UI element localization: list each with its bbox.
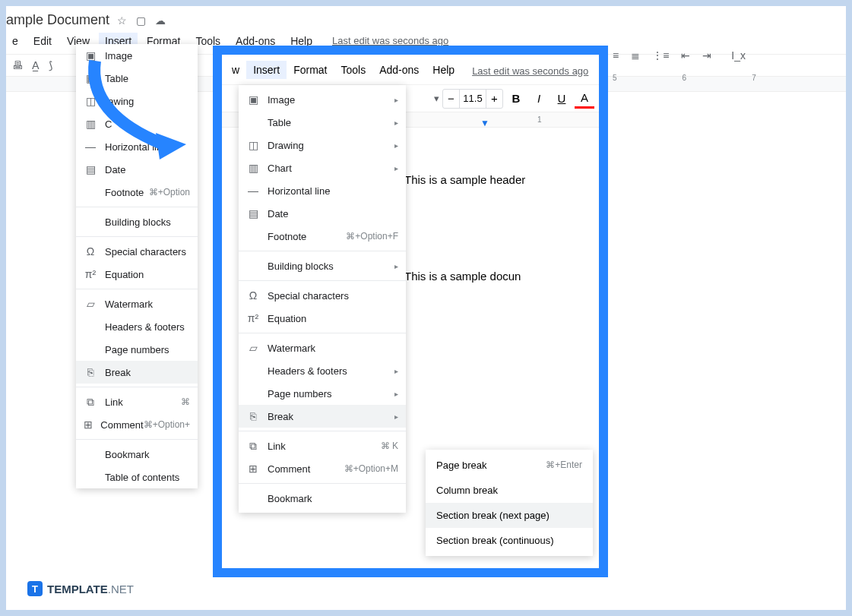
table-icon: ▦ xyxy=(84,71,97,85)
document-title[interactable]: ample Document xyxy=(6,12,109,28)
dd-footnote[interactable]: Footnote⌘+Option xyxy=(76,181,198,204)
menu-edit[interactable]: Edit xyxy=(27,33,58,49)
dd-pagenum[interactable]: Page numbers xyxy=(76,338,198,361)
dd-hline[interactable]: —Horizontal line xyxy=(239,179,406,202)
bold-button[interactable]: B xyxy=(506,89,526,109)
italic-button[interactable]: I xyxy=(529,89,549,109)
dd-chart[interactable]: ▥C xyxy=(76,112,198,135)
clear-format-icon[interactable]: I_x xyxy=(731,49,746,68)
move-icon[interactable]: ▢ xyxy=(136,14,146,27)
dd-table[interactable]: ▦Table xyxy=(76,67,198,90)
underline-button[interactable]: U xyxy=(552,89,572,109)
ruler-mark: 7 xyxy=(752,74,756,82)
paint-icon[interactable]: ⟆ xyxy=(49,59,52,71)
print-icon[interactable]: 🖶 xyxy=(12,59,23,71)
insert-dropdown-bg: ▣Image ▦Table ◫rawing ▥C —Horizontal lin… xyxy=(76,44,198,488)
watermark-icon: ▱ xyxy=(84,297,97,311)
cloud-icon[interactable]: ☁ xyxy=(155,14,166,27)
sub-section-cont[interactable]: Section break (continuous) xyxy=(426,528,593,553)
watermark-icon: ▱ xyxy=(246,341,260,355)
sub-page-break[interactable]: Page break⌘+Enter xyxy=(426,453,593,478)
dd-footnote[interactable]: Footnote⌘+Option+F xyxy=(239,225,406,248)
comment-icon: ⊞ xyxy=(246,462,260,475)
ov-menu-addons[interactable]: Add-ons xyxy=(372,61,426,79)
spellcheck-icon[interactable]: A̲ xyxy=(32,59,40,71)
dd-watermark[interactable]: ▱Watermark xyxy=(76,292,198,315)
sub-column-break[interactable]: Column break xyxy=(426,478,593,503)
break-icon: ⎘ xyxy=(84,365,97,379)
date-icon: ▤ xyxy=(84,163,97,176)
chart-icon: ▥ xyxy=(246,161,260,175)
dd-drawing[interactable]: ◫Drawing▸ xyxy=(239,134,406,156)
break-submenu: Page break⌘+Enter Column break Section b… xyxy=(426,450,593,556)
menu-file[interactable]: e xyxy=(6,33,24,49)
linespacing-icon[interactable]: ≡ xyxy=(613,49,619,68)
break-icon: ⎘ xyxy=(246,409,260,423)
overlay-screenshot: w Insert Format Tools Add-ons Help Last … xyxy=(213,46,608,577)
font-size-minus[interactable]: − xyxy=(443,90,460,108)
ov-menu-insert[interactable]: Insert xyxy=(246,61,287,79)
image-icon: ▣ xyxy=(84,49,97,62)
dd-special[interactable]: ΩSpecial characters xyxy=(76,240,198,263)
font-size-plus[interactable]: + xyxy=(486,90,502,108)
ov-menubar: w Insert Format Tools Add-ons Help Last … xyxy=(222,55,599,85)
ov-menu-tools[interactable]: Tools xyxy=(334,61,372,79)
sub-section-next[interactable]: Section break (next page) xyxy=(426,503,593,528)
dd-hline[interactable]: —Horizontal line xyxy=(76,135,198,158)
dd-toc[interactable]: Table of contents xyxy=(76,466,198,488)
dd-date[interactable]: ▤Date xyxy=(76,158,198,181)
ruler-indent-marker[interactable]: ▼ xyxy=(480,118,489,128)
dd-table[interactable]: Table▸ xyxy=(239,111,406,134)
font-size-value[interactable]: 11.5 xyxy=(460,93,486,104)
dd-comment[interactable]: ⊞Comment⌘+Option+M xyxy=(239,457,406,480)
ov-menu-help[interactable]: Help xyxy=(426,61,461,79)
dd-equation[interactable]: π²Equation xyxy=(239,307,406,330)
dd-date[interactable]: ▤Date xyxy=(239,202,406,225)
font-size-control: − 11.5 + xyxy=(442,89,503,109)
ov-menu-format[interactable]: Format xyxy=(287,61,334,79)
dd-link[interactable]: ⧉Link⌘ xyxy=(76,390,198,413)
dd-drawing[interactable]: ◫rawing xyxy=(76,90,198,112)
comment-icon: ⊞ xyxy=(84,418,93,431)
increase-indent-icon[interactable]: ⇥ xyxy=(702,49,711,68)
link-icon: ⧉ xyxy=(84,395,97,409)
bulleted-list-icon[interactable]: ≣ xyxy=(631,49,640,68)
dd-pagenum[interactable]: Page numbers▸ xyxy=(239,382,406,405)
dd-headers[interactable]: Headers & footers xyxy=(76,315,198,338)
dd-headers[interactable]: Headers & footers▸ xyxy=(239,359,406,382)
ov-last-edit[interactable]: Last edit was seconds ago xyxy=(472,63,588,77)
decrease-indent-icon[interactable]: ⇤ xyxy=(681,49,690,68)
dd-break[interactable]: ⎘Break▸ xyxy=(239,405,406,428)
dd-chart[interactable]: ▥Chart▸ xyxy=(239,156,406,179)
dd-special[interactable]: ΩSpecial characters xyxy=(239,284,406,307)
ov-menu-prev[interactable]: w xyxy=(225,61,246,79)
dd-break[interactable]: ⎘Break xyxy=(76,361,198,384)
dd-blocks[interactable]: Building blocks xyxy=(76,210,198,233)
ruler-mark: 1 xyxy=(537,115,542,124)
ruler-mark: 6 xyxy=(683,74,687,82)
dd-blocks[interactable]: Building blocks▸ xyxy=(239,254,406,277)
page-header-text: This is a sample header xyxy=(404,173,599,186)
dd-equation[interactable]: π²Equation xyxy=(76,263,198,286)
dd-comment[interactable]: ⊞Comment⌘+Option+ xyxy=(76,413,198,436)
toolbar-right: ≡ ≣ ⋮≡ ⇤ ⇥ I_x 5 6 7 xyxy=(613,49,846,68)
dd-image[interactable]: ▣Image xyxy=(76,44,198,67)
dd-watermark[interactable]: ▱Watermark xyxy=(239,336,406,359)
ruler-mark: 5 xyxy=(613,74,617,82)
drawing-icon: ◫ xyxy=(84,94,97,108)
dd-bookmark[interactable]: Bookmark xyxy=(76,443,198,466)
dd-bookmark[interactable]: Bookmark xyxy=(239,487,406,510)
dropdown-caret-icon[interactable]: ▾ xyxy=(434,93,439,104)
text-color-button[interactable]: A xyxy=(575,89,594,109)
hline-icon: — xyxy=(84,140,97,153)
dd-link[interactable]: ⧉Link⌘ K xyxy=(239,434,406,457)
hline-icon: — xyxy=(246,184,260,197)
dd-image[interactable]: ▣Image▸ xyxy=(239,88,406,111)
drawing-icon: ◫ xyxy=(246,138,260,152)
insert-dropdown: ▣Image▸ Table▸ ◫Drawing▸ ▥Chart▸ —Horizo… xyxy=(239,85,406,513)
star-icon[interactable]: ☆ xyxy=(117,14,127,27)
logo-icon: T xyxy=(27,581,43,596)
special-icon: Ω xyxy=(84,245,97,258)
numbered-list-icon[interactable]: ⋮≡ xyxy=(652,49,669,68)
template-net-logo: T TEMPLATE.NET xyxy=(27,581,134,596)
